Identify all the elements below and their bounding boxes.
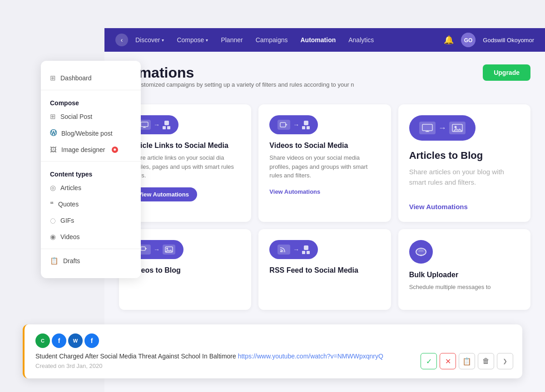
video-icon (277, 120, 290, 130)
sidebar-content-types-label: Content types (41, 165, 141, 180)
cards-grid: → Article Links to Social Media Share ar… (104, 104, 545, 310)
card-desc: Schedule multiple messages to (409, 283, 520, 292)
navbar: ‹ Discover ▾ Compose ▾ Planner Campaigns… (104, 28, 545, 52)
nav-planner[interactable]: Planner (221, 36, 243, 44)
image-icon (449, 122, 466, 134)
wordpress-icon: Ⓦ (50, 129, 57, 137)
new-badge: ✸ (112, 147, 118, 153)
tree-icon (163, 121, 170, 129)
sidebar-item-quotes[interactable]: ❝ Quotes (41, 196, 141, 212)
social-icons: C f W f (35, 333, 511, 348)
nav-automation[interactable]: Automation (300, 36, 336, 44)
card-desc: Share videos on your social media profil… (269, 153, 380, 180)
nav-links: Discover ▾ Compose ▾ Planner Campaigns A… (135, 36, 444, 44)
edit-button[interactable]: 📋 (459, 353, 475, 369)
card-videos-social: → Videos to Social Media Share videos on… (258, 104, 391, 222)
chevron-down-icon: ▾ (206, 38, 208, 43)
divider (41, 249, 141, 249)
expand-button[interactable]: ❯ (497, 353, 513, 369)
card-articles-blog: → Articles to Blog Share articles on you… (398, 104, 530, 222)
svg-rect-5 (280, 122, 286, 127)
image-icon (163, 245, 175, 255)
sidebar-item-blog-post[interactable]: Ⓦ Blog/Website post (41, 125, 141, 142)
card-title: Videos to Social Media (269, 142, 380, 150)
rss-icon (277, 245, 290, 255)
gifs-icon: ◌ (50, 216, 56, 225)
social-icon-fb2: f (84, 333, 99, 348)
svg-rect-7 (422, 124, 432, 131)
tree-icon (302, 245, 310, 254)
sidebar-item-articles[interactable]: ◎ Articles (41, 180, 141, 196)
svg-rect-2 (141, 122, 148, 127)
chevron-down-icon: ▾ (162, 38, 164, 43)
sidebar-item-videos[interactable]: ◉ Videos (41, 229, 141, 245)
nav-campaigns[interactable]: Campaigns (256, 36, 288, 44)
sidebar-item-social-post[interactable]: ⊞ Social Post (41, 108, 141, 125)
card-title: Articles to Blog (409, 150, 520, 162)
sidebar-item-gifs[interactable]: ◌ GIFs (41, 212, 141, 229)
nav-discover[interactable]: Discover ▾ (135, 36, 164, 44)
card-icon-videos-social: → (269, 115, 318, 134)
bell-icon[interactable]: 🔔 (444, 35, 454, 45)
arrow-icon: → (154, 121, 160, 128)
arrow-icon: → (438, 123, 446, 133)
svg-point-15 (166, 248, 168, 250)
image-designer-icon: 🖼 (50, 146, 57, 153)
page-subtitle: Customized campaigns by setting up a var… (119, 81, 369, 99)
nav-compose[interactable]: Compose ▾ (177, 36, 208, 44)
drafts-icon: 📋 (50, 257, 59, 265)
tree-icon (302, 121, 310, 129)
svg-marker-13 (145, 248, 147, 250)
post-actions: ✓ ✕ 📋 🗑 ❯ (421, 353, 513, 369)
arrow-icon: → (293, 121, 299, 128)
view-automations-link[interactable]: View Automations (409, 203, 468, 211)
svg-rect-12 (141, 247, 145, 250)
card-icon-rss: → (269, 240, 318, 259)
svg-point-16 (280, 250, 282, 252)
social-icon-2: W (68, 333, 83, 348)
username-label: Godswill Okoyomor (483, 37, 534, 44)
sidebar-compose-label: Compose (41, 94, 141, 108)
sidebar-item-drafts[interactable]: 📋 Drafts (41, 253, 141, 269)
monitor-icon (419, 122, 436, 134)
arrow-icon: → (293, 246, 299, 253)
view-automations-link[interactable]: View Automations (269, 188, 320, 195)
divider (41, 161, 141, 162)
approve-button[interactable]: ✓ (421, 353, 437, 369)
card-title: Videos to Blog (130, 266, 240, 274)
svg-text:GO: GO (464, 37, 473, 44)
card-rss-social: → RSS Feed to Social Media (258, 229, 391, 310)
nav-analytics[interactable]: Analytics (348, 36, 374, 44)
bottom-card: C f W f Student Charged After Social Med… (23, 324, 522, 378)
card-desc: Share article links on your social dia p… (130, 153, 240, 180)
avatar[interactable]: GO (461, 33, 476, 47)
reject-button[interactable]: ✕ (440, 353, 456, 369)
svg-point-11 (454, 126, 456, 128)
card-title: Bulk Uploader (409, 271, 520, 279)
quotes-icon: ❝ (50, 200, 54, 208)
sidebar: ⊞ Dashboard Compose ⊞ Social Post Ⓦ Blog… (41, 61, 141, 278)
articles-icon: ◎ (50, 184, 56, 192)
svg-marker-6 (286, 124, 287, 126)
delete-button[interactable]: 🗑 (478, 353, 494, 369)
dashboard-icon: ⊞ (50, 74, 56, 82)
card-icon-articles-blog: → (409, 115, 476, 141)
card-bulk-uploader: Bulk Uploader Schedule multiple messages… (398, 229, 530, 310)
upgrade-button[interactable]: Upgrade (483, 64, 530, 81)
sidebar-item-image-designer[interactable]: 🖼 Image designer ✸ (41, 142, 141, 157)
card-title: Article Links to Social Media (130, 142, 240, 150)
grid-icon: ⊞ (50, 113, 56, 121)
card-title: RSS Feed to Social Media (269, 266, 380, 274)
main-header: Aomations Customized campaigns by settin… (104, 52, 545, 104)
card-desc: Share articles on your blog with smart r… (409, 167, 520, 187)
nav-right: 🔔 GO Godswill Okoyomor (444, 33, 534, 47)
sidebar-item-dashboard[interactable]: ⊞ Dashboard (41, 70, 141, 86)
post-link[interactable]: https://www.youtube.com/watch?v=NMWWpxqn… (238, 353, 383, 360)
nav-chevron[interactable]: ‹ (115, 34, 128, 46)
arrow-icon: → (154, 246, 160, 253)
divider (41, 90, 141, 90)
videos-icon: ◉ (50, 233, 56, 241)
social-icon-1: C (35, 333, 50, 348)
page-title: Aomations (119, 64, 369, 81)
social-icon-fb: f (52, 333, 66, 348)
